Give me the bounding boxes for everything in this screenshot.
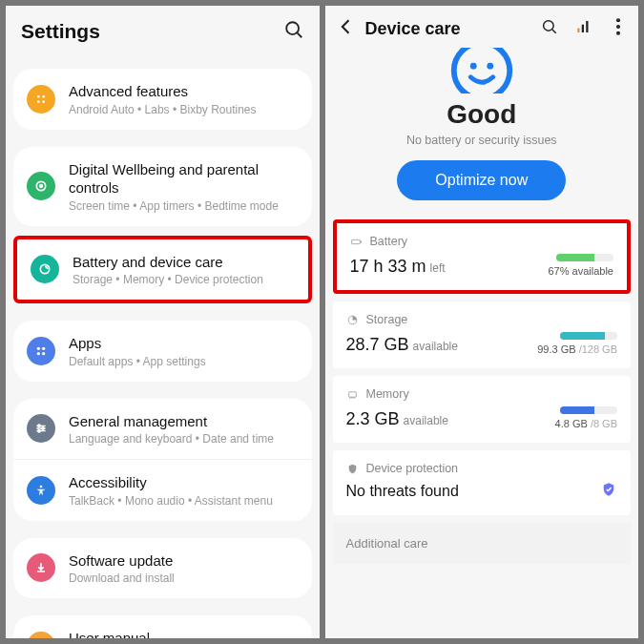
battery-pct: 67% available bbox=[549, 265, 614, 277]
svg-point-5 bbox=[42, 100, 45, 103]
status-subtitle: No battery or security issues bbox=[325, 134, 639, 147]
page-title: Settings bbox=[21, 20, 100, 43]
svg-point-3 bbox=[42, 95, 45, 98]
shield-check-icon bbox=[600, 481, 617, 502]
memory-icon bbox=[346, 388, 359, 401]
svg-rect-37 bbox=[348, 391, 356, 396]
update-icon bbox=[27, 553, 55, 582]
svg-point-30 bbox=[616, 31, 620, 35]
svg-rect-25 bbox=[577, 29, 579, 33]
page-title: Device care bbox=[365, 19, 461, 39]
item-subtitle: Default apps • App settings bbox=[69, 355, 206, 368]
svg-point-23 bbox=[544, 21, 554, 31]
svg-point-16 bbox=[38, 425, 41, 427]
storage-bar bbox=[560, 332, 617, 340]
svg-point-33 bbox=[487, 63, 493, 70]
general-icon bbox=[27, 414, 55, 443]
memory-suffix: available bbox=[404, 414, 448, 427]
storage-total: /128 GB bbox=[579, 343, 617, 355]
apps-icon bbox=[27, 337, 55, 365]
item-subtitle: Storage • Memory • Device protection bbox=[73, 273, 263, 286]
protection-card[interactable]: Device protection No threats found bbox=[333, 450, 632, 515]
svg-point-12 bbox=[42, 352, 45, 355]
wellbeing-icon bbox=[27, 172, 55, 200]
more-icon[interactable] bbox=[610, 18, 627, 39]
battery-time: 17 h 33 m bbox=[350, 257, 426, 277]
optimize-button[interactable]: Optimize now bbox=[397, 160, 566, 200]
settings-item-manual[interactable]: User manualLearn more bbox=[13, 615, 312, 638]
svg-point-10 bbox=[42, 346, 45, 349]
svg-point-4 bbox=[37, 100, 40, 103]
svg-point-32 bbox=[470, 63, 477, 70]
svg-point-11 bbox=[37, 352, 40, 355]
svg-rect-35 bbox=[360, 240, 361, 242]
storage-card[interactable]: Storage 28.7 GB available 99.3 GB /128 G… bbox=[333, 301, 632, 368]
settings-item-apps[interactable]: AppsDefault apps • App settings bbox=[13, 321, 312, 382]
settings-item-wellbeing[interactable]: Digital Wellbeing and parental controlsS… bbox=[13, 147, 312, 226]
item-label: Digital Wellbeing and parental controls bbox=[69, 160, 299, 197]
memory-bar bbox=[560, 406, 617, 414]
back-icon[interactable] bbox=[337, 17, 356, 40]
accessibility-icon bbox=[27, 476, 55, 505]
svg-rect-34 bbox=[351, 239, 360, 243]
svg-point-31 bbox=[454, 48, 510, 93]
shield-icon bbox=[346, 463, 359, 475]
item-subtitle: Download and install bbox=[69, 571, 175, 585]
svg-point-28 bbox=[616, 18, 620, 22]
svg-point-17 bbox=[42, 427, 45, 430]
svg-point-19 bbox=[40, 485, 43, 488]
storage-value: 28.7 GB bbox=[346, 335, 409, 355]
item-subtitle: Language and keyboard • Date and time bbox=[69, 432, 274, 446]
storage-suffix: available bbox=[413, 340, 458, 353]
memory-value: 2.3 GB bbox=[346, 409, 400, 429]
smiley-icon bbox=[445, 48, 519, 93]
item-label: Apps bbox=[69, 334, 206, 353]
item-label: Advanced features bbox=[69, 82, 257, 101]
svg-rect-27 bbox=[586, 21, 588, 32]
settings-item-accessibility[interactable]: AccessibilityTalkBack • Mono audio • Ass… bbox=[13, 460, 312, 521]
settings-item-advanced[interactable]: Advanced featuresAndroid Auto • Labs • B… bbox=[13, 69, 312, 130]
item-label: Software update bbox=[69, 551, 175, 571]
item-subtitle: Android Auto • Labs • Bixby Routines bbox=[69, 103, 257, 116]
signal-icon[interactable] bbox=[575, 18, 592, 39]
memory-label: Memory bbox=[366, 387, 409, 401]
svg-line-1 bbox=[297, 33, 301, 38]
memory-card[interactable]: Memory 2.3 GB available 4.8 GB /8 GB bbox=[333, 376, 632, 443]
settings-screen: Settings Advanced featuresAndroid Auto •… bbox=[6, 6, 320, 638]
item-subtitle: Screen time • App timers • Bedtime mode bbox=[69, 199, 299, 213]
protection-label: Device protection bbox=[366, 462, 459, 475]
item-label: Battery and device care bbox=[73, 253, 263, 272]
svg-point-7 bbox=[40, 185, 43, 188]
svg-point-9 bbox=[37, 346, 40, 349]
storage-label: Storage bbox=[366, 313, 408, 326]
svg-point-2 bbox=[37, 95, 40, 98]
battery-card[interactable]: Battery 17 h 33 m left 67% available bbox=[333, 219, 632, 294]
memory-total: /8 GB bbox=[591, 418, 617, 429]
device-care-screen: Device care Good No battery or security … bbox=[325, 6, 639, 638]
battery-icon bbox=[350, 236, 363, 248]
manual-icon bbox=[27, 632, 55, 638]
settings-item-devicecare[interactable]: Battery and device careStorage • Memory … bbox=[17, 239, 308, 301]
protection-status: No threats found bbox=[346, 483, 459, 500]
svg-line-24 bbox=[552, 30, 556, 33]
item-label: User manual bbox=[69, 629, 150, 638]
devicecare-icon bbox=[31, 255, 59, 283]
item-label: Accessibility bbox=[69, 473, 273, 492]
svg-rect-26 bbox=[582, 25, 584, 32]
svg-point-18 bbox=[38, 430, 41, 433]
additional-care-header: Additional care bbox=[333, 523, 632, 564]
storage-used: 99.3 GB bbox=[537, 343, 575, 355]
settings-item-general[interactable]: General managementLanguage and keyboard … bbox=[13, 399, 312, 461]
storage-icon bbox=[346, 314, 359, 326]
svg-point-29 bbox=[616, 25, 620, 29]
status-title: Good bbox=[325, 99, 639, 130]
svg-point-0 bbox=[286, 22, 299, 34]
settings-item-update[interactable]: Software updateDownload and install bbox=[13, 538, 312, 599]
item-label: General management bbox=[69, 412, 274, 431]
battery-time-suffix: left bbox=[430, 261, 446, 275]
search-icon[interactable] bbox=[283, 19, 304, 44]
memory-used: 4.8 GB bbox=[555, 418, 588, 429]
search-icon[interactable] bbox=[541, 18, 558, 39]
advanced-icon bbox=[27, 85, 55, 114]
battery-bar bbox=[556, 254, 613, 261]
